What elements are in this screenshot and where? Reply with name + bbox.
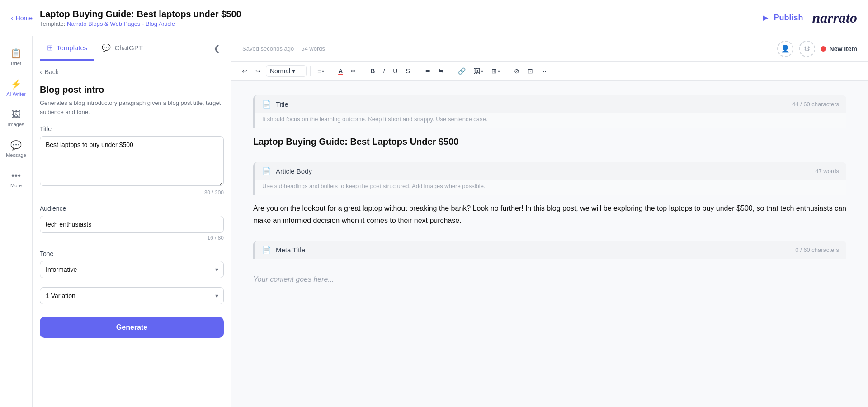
publish-button[interactable]: ► Publish [761,13,803,23]
text-color-button[interactable]: A [335,65,346,77]
redo-button[interactable]: ↪ [252,65,264,77]
title-content: Laptop Buying Guide: Best Laptops Under … [253,135,846,148]
sidebar-item-images[interactable]: 🖼 Images [3,105,30,132]
text-color-icon: A [338,67,343,75]
editor-actions: 👤 ⚙ New Item [777,41,857,57]
sidebar-item-message-label: Message [6,152,26,158]
editor-area: Saved seconds ago 54 words 👤 ⚙ New Item … [231,36,868,407]
variation-select-wrap: 1 Variation 2 Variations 3 Variations ▾ [40,287,224,304]
sidebar-item-brief[interactable]: 📋 Brief [3,43,30,71]
meta-title-content[interactable]: Your content goes here... [253,259,846,293]
template-info: Template: Narrato Blogs & Web Pages - Bl… [40,20,241,27]
template-link[interactable]: Narrato Blogs & Web Pages - Blog Article [67,20,175,27]
publish-arrow-icon: ► [761,13,770,23]
article-body-section-header: 📄 Article Body 47 words [253,162,846,180]
templates-tab-icon: ⊞ [47,43,53,52]
font-style-select[interactable]: Normal ▾ [266,65,307,77]
back-label: Back [45,68,59,76]
sidebar-item-ai-writer[interactable]: ⚡ AI Writer [3,74,30,101]
tab-templates[interactable]: ⊞ Templates [40,36,94,61]
image-arrow-icon: ▾ [481,69,483,74]
sidebar-content: ‹ Back Blog post intro Generates a blog … [33,61,231,407]
chatgpt-tab-label: ChatGPT [114,44,143,52]
more-options-button[interactable]: ··· [538,65,550,77]
title-field-label: Title [40,125,224,133]
ai-writer-icon: ⚡ [10,79,22,90]
home-link[interactable]: ‹ Home [11,14,33,22]
back-link[interactable]: ‹ Back [40,68,224,76]
chevron-left-icon: ‹ [11,14,13,22]
sidebar-collapse-button[interactable]: ❮ [210,36,224,61]
home-label: Home [16,14,33,22]
brief-icon: 📋 [10,48,22,59]
sidebar-item-more[interactable]: ••• More [3,166,30,193]
meta-title-section-icon: 📄 [262,246,271,254]
bullet-list-button[interactable]: ≔ [421,65,434,77]
publish-label: Publish [774,13,803,23]
tone-field-group: Tone Informative Casual Professional Fri… [40,250,224,278]
article-body-section-header-left: 📄 Article Body [262,167,312,175]
article-body-content[interactable]: Are you on the lookout for a great lapto… [253,195,846,227]
editor-toolbar: ↩ ↪ Normal ▾ ≡ ▾ A ✏ B I U S ≔ [231,62,868,81]
left-navigation: 📋 Brief ⚡ AI Writer 🖼 Images 💬 Message •… [0,36,33,407]
meta-title-placeholder: Your content goes here... [253,266,846,293]
align-button[interactable]: ≡ ▾ [314,65,327,77]
title-textarea[interactable]: Best laptops to buy under $500 [40,136,224,186]
toolbar-divider-6 [507,66,507,76]
numbered-list-icon: ≒ [439,67,444,75]
generate-button[interactable]: Generate [40,317,224,338]
undo-button[interactable]: ↩ [239,65,250,77]
italic-button[interactable]: I [380,65,388,77]
new-item-button[interactable]: New Item [821,45,857,52]
bold-button[interactable]: B [367,65,378,77]
new-item-dot-icon [821,46,826,52]
more-options-icon: ··· [541,67,547,75]
image-icon: 🖼 [474,67,480,75]
strikethrough-button[interactable]: S [402,65,413,77]
collaborators-icon-button[interactable]: 👤 [777,41,793,57]
link-icon: 🔗 [458,67,466,75]
toolbar-divider-2 [331,66,331,76]
italic-icon: I [383,67,385,75]
title-section-body[interactable]: Laptop Buying Guide: Best Laptops Under … [253,128,846,148]
highlight-button[interactable]: ✏ [348,65,359,77]
numbered-list-button[interactable]: ≒ [435,65,447,77]
link-button[interactable]: 🔗 [455,65,469,77]
more-icon: ••• [11,170,21,181]
tab-chatgpt[interactable]: 💬 ChatGPT [94,36,150,61]
sidebar-item-more-label: More [10,183,22,188]
underline-icon: U [393,67,397,75]
table-arrow-icon: ▾ [498,69,500,74]
article-body-text: Are you on the lookout for a great lapto… [253,202,846,227]
toolbar-divider-5 [451,66,451,76]
editor-meta: Saved seconds ago 54 words [242,45,325,52]
back-arrow-icon: ‹ [40,68,42,76]
table-button[interactable]: ⊞ ▾ [488,65,503,77]
editor-content: 📄 Title 44 / 60 characters It should foc… [231,81,868,407]
form-description: Generates a blog introductory paragraph … [40,99,224,116]
clear-format-button[interactable]: ⊘ [511,65,523,77]
sidebar-item-message[interactable]: 💬 Message [3,135,30,162]
app-logo: narrato [812,9,857,26]
title-section: 📄 Title 44 / 60 characters It should foc… [253,95,846,148]
templates-tab-label: Templates [57,44,87,52]
title-field-group: Title Best laptops to buy under $500 30 … [40,125,224,196]
article-body-section-icon: 📄 [262,167,271,175]
sidebar-item-brief-label: Brief [11,61,21,66]
audience-field-label: Audience [40,205,224,212]
indent-button[interactable]: ⊡ [524,65,536,77]
title-section-header: 📄 Title 44 / 60 characters [253,95,846,113]
variation-select[interactable]: 1 Variation 2 Variations 3 Variations [40,287,224,304]
underline-button[interactable]: U [390,65,401,77]
article-body-section: 📄 Article Body 47 words Use subheadings … [253,162,846,227]
sidebar-panel: ⊞ Templates 💬 ChatGPT ❮ ‹ Back Blog post… [33,36,231,407]
highlight-icon: ✏ [351,67,356,75]
tone-select[interactable]: Informative Casual Professional Friendly [40,261,224,278]
audience-input[interactable]: tech enthusiasts [40,216,224,233]
image-button[interactable]: 🖼 ▾ [471,65,486,77]
sidebar-item-ai-writer-label: AI Writer [6,91,26,97]
settings-icon-button[interactable]: ⚙ [799,41,815,57]
article-body-section-hint: Use subheadings and bullets to keep the … [253,180,846,195]
collaborators-icon: 👤 [781,44,790,53]
settings-icon: ⚙ [804,44,810,53]
